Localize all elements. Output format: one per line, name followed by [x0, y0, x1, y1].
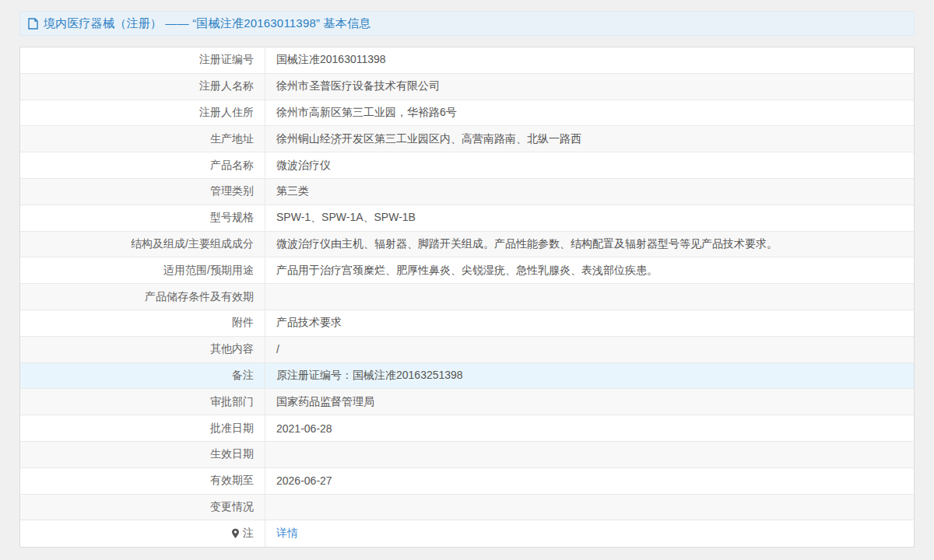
row-value-cell	[265, 495, 914, 520]
row-label: 审批部门	[210, 395, 254, 409]
row-label: 变更情况	[210, 500, 254, 514]
table-row: 注册人名称徐州市圣普医疗设备技术有限公司	[20, 74, 914, 100]
row-label: 产品名称	[210, 159, 254, 173]
row-label-cell: 附件	[20, 310, 265, 336]
row-label-cell: 注册人名称	[20, 74, 265, 100]
pin-icon	[231, 528, 240, 539]
row-value-cell: 徐州市高新区第三工业园，华裕路6号	[265, 100, 914, 126]
row-label-cell: 其他内容	[20, 337, 265, 362]
row-value-cell: 微波治疗仪	[265, 152, 914, 178]
row-label: 型号规格	[210, 211, 254, 225]
row-label-cell: 注	[20, 520, 265, 547]
row-value: 原注册证编号：国械注准20163251398	[276, 369, 463, 383]
row-value-cell: 徐州铜山经济开发区第三工业园区内、高营南路南、北纵一路西	[265, 126, 914, 152]
row-value-cell: SPW-1、SPW-1A、SPW-1B	[265, 205, 914, 231]
row-label: 有效期至	[210, 474, 254, 488]
row-value-cell: 微波治疗仪由主机、辐射器、脚踏开关组成。产品性能参数、结构配置及辐射器型号等见产…	[265, 232, 914, 257]
info-table: 注册证编号国械注准20163011398注册人名称徐州市圣普医疗设备技术有限公司…	[19, 47, 915, 548]
row-label-cell: 生产地址	[20, 126, 265, 152]
row-value: 2021-06-28	[276, 422, 332, 435]
table-row: 变更情况	[20, 495, 914, 521]
row-label: 生产地址	[210, 132, 254, 146]
table-row: 生产地址徐州铜山经济开发区第三工业园区内、高营南路南、北纵一路西	[20, 126, 914, 152]
table-row: 型号规格SPW-1、SPW-1A、SPW-1B	[20, 205, 914, 232]
row-value: 徐州市圣普医疗设备技术有限公司	[276, 79, 440, 93]
row-value: 2026-06-27	[276, 474, 332, 487]
row-value: 徐州铜山经济开发区第三工业园区内、高营南路南、北纵一路西	[276, 132, 581, 146]
table-row: 注详情	[20, 520, 914, 547]
row-label-cell: 审批部门	[20, 389, 265, 415]
row-value: 国家药品监督管理局	[276, 395, 374, 409]
row-label-cell: 适用范围/预期用途	[20, 257, 265, 283]
row-label: 其他内容	[210, 342, 254, 356]
row-value: 国械注准20163011398	[276, 53, 386, 67]
row-value-cell: 详情	[265, 520, 914, 547]
row-value: 微波治疗仪由主机、辐射器、脚踏开关组成。产品性能参数、结构配置及辐射器型号等见产…	[276, 237, 778, 251]
row-label: 注册人住所	[199, 106, 254, 120]
table-row: 批准日期2021-06-28	[20, 415, 914, 442]
row-label: 附件	[232, 316, 254, 330]
row-label-cell: 型号规格	[20, 205, 265, 231]
row-value-cell: 国械注准20163011398	[265, 47, 914, 73]
row-label-cell: 产品名称	[20, 152, 265, 178]
table-row: 注册人住所徐州市高新区第三工业园，华裕路6号	[20, 100, 914, 127]
row-value-cell: 产品用于治疗宫颈糜烂、肥厚性鼻炎、尖锐湿疣、急性乳腺炎、表浅部位疾患。	[265, 257, 914, 283]
row-value: /	[276, 343, 279, 355]
page: 境内医疗器械（注册） —— “国械注准20163011398” 基本信息 注册证…	[0, 0, 934, 560]
row-value-cell: 国家药品监督管理局	[265, 389, 914, 415]
document-icon	[28, 18, 38, 30]
row-value-cell: 2021-06-28	[265, 415, 914, 441]
page-title: 境内医疗器械（注册） —— “国械注准20163011398” 基本信息	[44, 16, 370, 31]
row-value: 产品技术要求	[276, 316, 342, 330]
detail-link[interactable]: 详情	[276, 527, 298, 541]
row-label-cell: 生效日期	[20, 442, 265, 467]
row-value: 产品用于治疗宫颈糜烂、肥厚性鼻炎、尖锐湿疣、急性乳腺炎、表浅部位疾患。	[276, 264, 658, 278]
table-row: 适用范围/预期用途产品用于治疗宫颈糜烂、肥厚性鼻炎、尖锐湿疣、急性乳腺炎、表浅部…	[20, 257, 914, 284]
row-label: 结构及组成/主要组成成分	[131, 237, 254, 251]
row-value-cell: 第三类	[265, 179, 914, 205]
row-label-cell: 有效期至	[20, 468, 265, 494]
row-label-cell: 管理类别	[20, 179, 265, 205]
row-value: SPW-1、SPW-1A、SPW-1B	[276, 211, 416, 225]
row-label-cell: 批准日期	[20, 415, 265, 441]
row-value: 第三类	[276, 184, 309, 198]
row-value-cell	[265, 442, 914, 467]
row-label: 注册人名称	[199, 79, 254, 93]
table-row: 产品储存条件及有效期	[20, 284, 914, 310]
row-label-cell: 产品储存条件及有效期	[20, 284, 265, 310]
row-label: 批准日期	[210, 422, 254, 436]
row-label-cell: 变更情况	[20, 495, 265, 520]
row-value-cell: /	[265, 337, 914, 362]
table-row: 生效日期	[20, 442, 914, 468]
row-label-cell: 结构及组成/主要组成成分	[20, 232, 265, 257]
row-label: 注	[243, 527, 254, 541]
row-value-cell: 徐州市圣普医疗设备技术有限公司	[265, 74, 914, 100]
row-value: 徐州市高新区第三工业园，华裕路6号	[276, 106, 457, 120]
table-row: 备注原注册证编号：国械注准20163251398	[20, 363, 914, 390]
table-row: 管理类别第三类	[20, 179, 914, 205]
row-value-cell: 2026-06-27	[265, 468, 914, 494]
page-header: 境内医疗器械（注册） —— “国械注准20163011398” 基本信息	[19, 11, 915, 36]
table-row: 注册证编号国械注准20163011398	[20, 47, 914, 74]
table-row: 结构及组成/主要组成成分微波治疗仪由主机、辐射器、脚踏开关组成。产品性能参数、结…	[20, 232, 914, 258]
table-row: 其他内容/	[20, 337, 914, 363]
row-label: 管理类别	[210, 184, 254, 198]
table-row: 附件产品技术要求	[20, 310, 914, 337]
row-label: 备注	[232, 369, 254, 383]
row-label: 注册证编号	[199, 53, 254, 67]
row-label: 适用范围/预期用途	[163, 264, 254, 278]
row-label: 生效日期	[210, 447, 254, 461]
row-label-cell: 备注	[20, 363, 265, 389]
table-row: 产品名称微波治疗仪	[20, 152, 914, 179]
table-row: 有效期至2026-06-27	[20, 468, 914, 495]
row-value-cell	[265, 284, 914, 310]
row-value-cell: 原注册证编号：国械注准20163251398	[265, 363, 914, 389]
row-label-cell: 注册证编号	[20, 47, 265, 73]
row-value: 微波治疗仪	[276, 159, 331, 173]
row-value-cell: 产品技术要求	[265, 310, 914, 336]
row-label-cell: 注册人住所	[20, 100, 265, 126]
row-label: 产品储存条件及有效期	[145, 290, 254, 304]
table-row: 审批部门国家药品监督管理局	[20, 389, 914, 415]
